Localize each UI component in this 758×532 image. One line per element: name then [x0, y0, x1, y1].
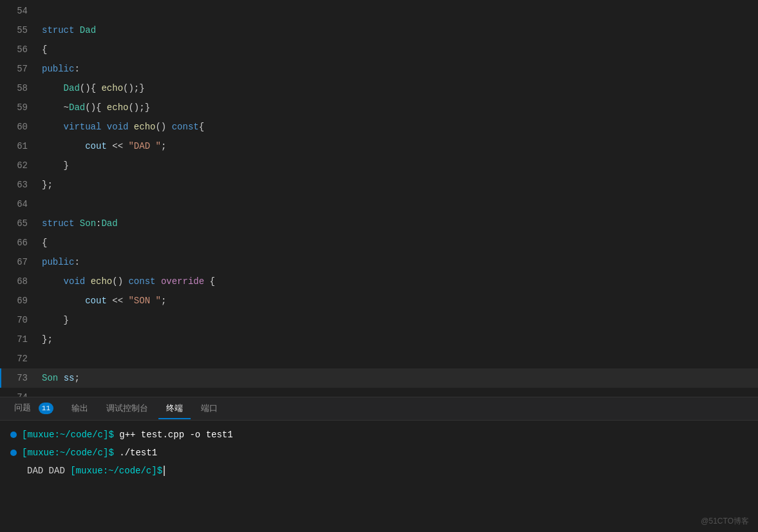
code-line-60: 60 virtual void echo() const{	[0, 117, 758, 137]
output-3: DAD DAD	[27, 463, 70, 479]
dot-1	[10, 432, 17, 438]
bottom-panel: 问题 11 输出 调试控制台 终端 端口 [muxue:~/code/c]$ g…	[0, 397, 758, 532]
terminal-area[interactable]: [muxue:~/code/c]$ g++ test.cpp -o test1 …	[0, 421, 758, 532]
prompt-2: [muxue:~/code/c]$	[22, 445, 114, 461]
tab-problems[interactable]: 问题 11	[6, 398, 61, 419]
terminal-line-2: [muxue:~/code/c]$ ./test1	[10, 445, 748, 461]
tab-debug-console[interactable]: 调试控制台	[99, 399, 156, 419]
tab-terminal[interactable]: 终端	[158, 399, 191, 419]
dot-2	[10, 450, 17, 456]
prompt-1: [muxue:~/code/c]$	[22, 427, 114, 442]
prompt-3: [muxue:~/code/c]$	[70, 463, 162, 479]
cmd-1: g++ test.cpp -o test1	[114, 427, 233, 442]
terminal-line-3: DAD DAD [muxue:~/code/c]$	[10, 463, 748, 479]
code-line-57: 57 public:	[0, 59, 758, 79]
code-line-61: 61 cout << "DAD ";	[0, 137, 758, 156]
code-line-63: 63 };	[0, 175, 758, 195]
code-line-64: 64	[0, 195, 758, 214]
code-line-62: 62 }	[0, 156, 758, 175]
tab-output[interactable]: 输出	[64, 399, 96, 419]
tab-ports[interactable]: 端口	[193, 399, 225, 419]
code-line-70: 70 }	[0, 310, 758, 330]
tab-problems-label: 问题	[14, 403, 31, 413]
code-line-59: 59 ~Dad(){ echo();}	[0, 98, 758, 117]
active-line-indicator	[0, 368, 1, 388]
code-line-58: 58 Dad(){ echo();}	[0, 79, 758, 98]
editor-area[interactable]: 54 55 struct Dad 56 { 57 public: 58 Dad(…	[0, 0, 758, 397]
code-line-67: 67 public:	[0, 252, 758, 272]
code-line-56: 56 {	[0, 40, 758, 59]
code-line-71: 71 };	[0, 330, 758, 349]
code-container: 54 55 struct Dad 56 { 57 public: 58 Dad(…	[0, 0, 758, 397]
code-line-68: 68 void echo() const override {	[0, 272, 758, 291]
tab-terminal-label: 终端	[166, 404, 183, 413]
code-line-72: 72	[0, 349, 758, 368]
tab-output-label: 输出	[71, 404, 88, 413]
code-line-66: 66 {	[0, 233, 758, 252]
tab-debug-console-label: 调试控制台	[106, 404, 148, 413]
tab-ports-label: 端口	[201, 404, 218, 413]
dot-3	[10, 468, 22, 474]
cmd-2: ./test1	[114, 445, 157, 461]
problems-badge: 11	[39, 403, 53, 414]
panel-tabs: 问题 11 输出 调试控制台 终端 端口	[0, 397, 758, 421]
code-line-55: 55 struct Dad	[0, 21, 758, 40]
code-line-74: 74	[0, 388, 758, 397]
cursor	[164, 466, 165, 476]
watermark: @51CTO博客	[701, 516, 749, 527]
code-line-54: 54	[0, 1, 758, 21]
code-line-65: 65 struct Son:Dad	[0, 214, 758, 233]
terminal-line-1: [muxue:~/code/c]$ g++ test.cpp -o test1	[10, 427, 748, 442]
code-line-69: 69 cout << "SON ";	[0, 291, 758, 310]
code-line-73: 73 Son ss;	[0, 368, 758, 388]
